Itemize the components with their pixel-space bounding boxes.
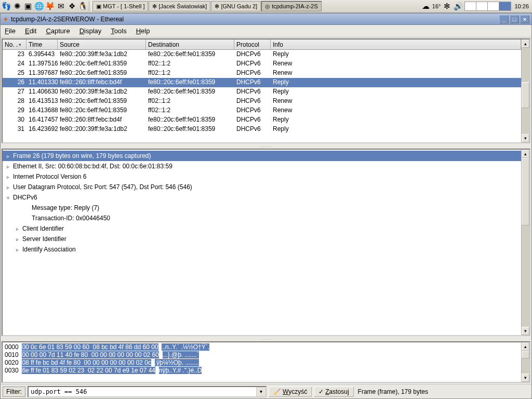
filter-combo[interactable]: ▾	[28, 386, 267, 397]
app-icon: ✦	[3, 15, 9, 23]
scroll-up-button[interactable]: ▴	[522, 342, 529, 351]
menu-edit[interactable]: Edit	[25, 27, 36, 35]
mail-icon[interactable]: ✉	[56, 1, 66, 11]
filter-dropdown-button[interactable]: ▾	[256, 387, 265, 396]
packet-bytes-pane: 0000 00 0c 6e 01 83 59 00 60 08 bc bd 4f…	[2, 341, 530, 383]
scroll-up-button[interactable]: ▴	[522, 39, 529, 48]
task-tcpdump[interactable]: ◎tcpdump-2IA-z-2S	[261, 1, 322, 11]
system-taskbar: 👣 ✺ ▣ 🌐 🦊 ✉ ❖ 🐧 ▣MGT - [ 1-Shell ] ✻[Jac…	[0, 0, 532, 13]
tux-icon[interactable]: 🐧	[77, 1, 88, 11]
clear-button[interactable]: 🧹 Wyczyść	[269, 387, 312, 397]
table-row[interactable]: 236.395443fe80::200:39ff:fe3a:1db2fe80::…	[3, 50, 521, 59]
tree-node[interactable]: ▹Server Identifier	[3, 234, 521, 244]
col-info[interactable]: Info	[271, 39, 521, 49]
fox-icon[interactable]: 🦊	[45, 1, 55, 11]
status-text: Frame (frame), 179 bytes	[358, 388, 529, 395]
tree-node[interactable]: Message type: Reply (7)	[3, 203, 521, 213]
weather-icon[interactable]: ☁	[421, 1, 431, 11]
tree-node[interactable]: ▹Internet Protocol Version 6	[3, 171, 521, 182]
hex-line[interactable]: 0000 00 0c 6e 01 83 59 00 60 08 bc bd 4f…	[5, 343, 519, 351]
tree-scrollbar[interactable]: ▴ ▾	[521, 150, 529, 335]
tree-node[interactable]: ▹User Datagram Protocol, Src Port: 547 (…	[3, 182, 521, 192]
filter-label[interactable]: Filter:	[3, 387, 25, 397]
col-source[interactable]: Source	[58, 39, 146, 49]
window-titlebar[interactable]: ✦ tcpdump-2IA-z-2SERWEROW - Ethereal _ □…	[1, 14, 531, 25]
col-no[interactable]: No. .	[3, 39, 26, 49]
scroll-up-button[interactable]: ▴	[522, 150, 529, 158]
table-row[interactable]: 3116.423692fe80::200:39ff:fe3a:1db2fe80:…	[3, 125, 521, 134]
hex-line[interactable]: 0010 00 00 00 7d 11 40 fe 80 00 00 00 00…	[5, 351, 519, 359]
apply-button[interactable]: ✓ Zastosuj	[314, 387, 353, 397]
taskbar-tasks: ▣MGT - [ 1-Shell ] ✻[Jacek Światowiak] ✻…	[92, 1, 322, 11]
table-row[interactable]: 2511.397687fe80::20c:6eff:fe01:8359ff02:…	[3, 69, 521, 78]
col-protocol[interactable]: Protocol	[234, 39, 271, 49]
hex-line[interactable]: 0020 08 ff fe bc bd 4f fe 80 00 00 00 00…	[5, 359, 519, 367]
volume-icon[interactable]: 🔊	[453, 1, 463, 11]
menu-file[interactable]: File	[5, 27, 16, 35]
window-title: tcpdump-2IA-z-2SERWEROW - Ethereal	[11, 16, 124, 23]
table-row[interactable]: 2916.413688fe80::20c:6eff:fe01:8359ff02:…	[3, 106, 521, 115]
hex-scrollbar[interactable]: ▴ ▾	[521, 342, 529, 382]
task-mgt[interactable]: ▣MGT - [ 1-Shell ]	[92, 1, 148, 11]
scroll-down-button[interactable]: ▾	[522, 134, 529, 142]
menu-help[interactable]: Help	[136, 27, 150, 35]
scroll-down-button[interactable]: ▾	[522, 327, 529, 335]
task-jacek[interactable]: ✻[Jacek Światowiak]	[149, 1, 210, 11]
col-destination[interactable]: Destination	[146, 39, 234, 49]
hex-line[interactable]: 0030 6e ff fe 01 83 59 02 23 02 22 00 7d…	[5, 367, 519, 375]
detail-tree[interactable]: ▹Frame 26 (179 bytes on wire, 179 bytes …	[3, 150, 521, 335]
tree-node[interactable]: ▹Identify Association	[3, 244, 521, 255]
filter-bar: Filter: ▾ 🧹 Wyczyść ✓ Zastosuj Frame (fr…	[1, 384, 531, 398]
close-button[interactable]: ×	[520, 15, 529, 23]
tree-node[interactable]: ▹Ethernet II, Src: 00:60:08:bc:bd:4f, Ds…	[3, 161, 521, 171]
menu-bar: File Edit Capture Display Tools Help	[1, 25, 531, 37]
maximize-button[interactable]: □	[510, 15, 519, 23]
table-row[interactable]: 2611.401330fe80::260:8ff:febc:bd4ffe80::…	[3, 78, 521, 87]
table-row[interactable]: 3016.417457fe80::260:8ff:febc:bd4ffe80::…	[3, 115, 521, 125]
task-gadu[interactable]: ✻[GNU Gadu 2]	[211, 1, 261, 11]
hex-view[interactable]: 0000 00 0c 6e 01 83 59 00 60 08 bc bd 4f…	[3, 342, 521, 382]
pane-splitter-2[interactable]: ·······	[1, 337, 531, 340]
packet-detail-pane: ▹Frame 26 (179 bytes on wire, 179 bytes …	[2, 149, 530, 336]
table-row[interactable]: 2411.397516fe80::20c:6eff:fe01:8359ff02:…	[3, 59, 521, 69]
foot-icon[interactable]: 👣	[1, 1, 11, 11]
globe-icon[interactable]: 🌐	[34, 1, 44, 11]
app-icon[interactable]: ❖	[66, 1, 77, 11]
workspace-switcher[interactable]	[464, 2, 511, 11]
tree-node[interactable]: Transaction-ID: 0x00446450	[3, 213, 521, 223]
packet-list-pane: No. . Time Source Destination Protocol I…	[2, 38, 530, 143]
temperature: 16°	[432, 3, 441, 9]
tree-node[interactable]: ▿DHCPv6	[3, 192, 521, 203]
gear-icon[interactable]: ✺	[12, 1, 22, 11]
menu-tools[interactable]: Tools	[111, 27, 126, 35]
packet-rows[interactable]: 236.395443fe80::200:39ff:fe3a:1db2fe80::…	[3, 50, 521, 134]
pane-splitter-1[interactable]: ·······	[1, 144, 531, 148]
menu-capture[interactable]: Capture	[46, 27, 70, 35]
ethereal-window: ✦ tcpdump-2IA-z-2SERWEROW - Ethereal _ □…	[0, 13, 532, 399]
scroll-down-button[interactable]: ▾	[522, 374, 529, 382]
broom-icon: 🧹	[273, 388, 281, 395]
list-scrollbar[interactable]: ▴ ▾	[521, 39, 529, 142]
check-icon: ✓	[318, 388, 324, 395]
update-icon[interactable]: ✻	[442, 1, 452, 11]
column-headers: No. . Time Source Destination Protocol I…	[3, 39, 521, 50]
terminal-icon[interactable]: ▣	[23, 1, 33, 11]
minimize-button[interactable]: _	[499, 15, 509, 23]
tree-node[interactable]: ▹Client Identifier	[3, 223, 521, 234]
col-time[interactable]: Time	[26, 39, 58, 49]
menu-display[interactable]: Display	[79, 27, 102, 35]
clock[interactable]: 10:26	[512, 3, 531, 9]
tray-icons-left: 👣 ✺ ▣ 🌐 🦊 ✉ ❖ 🐧	[1, 1, 88, 11]
tree-node[interactable]: ▹Frame 26 (179 bytes on wire, 179 bytes …	[3, 151, 521, 161]
table-row[interactable]: 2816.413513fe80::20c:6eff:fe01:8359ff02:…	[3, 97, 521, 106]
filter-input[interactable]	[29, 387, 256, 396]
table-row[interactable]: 2711.406630fe80::200:39ff:fe3a:1db2fe80:…	[3, 87, 521, 97]
